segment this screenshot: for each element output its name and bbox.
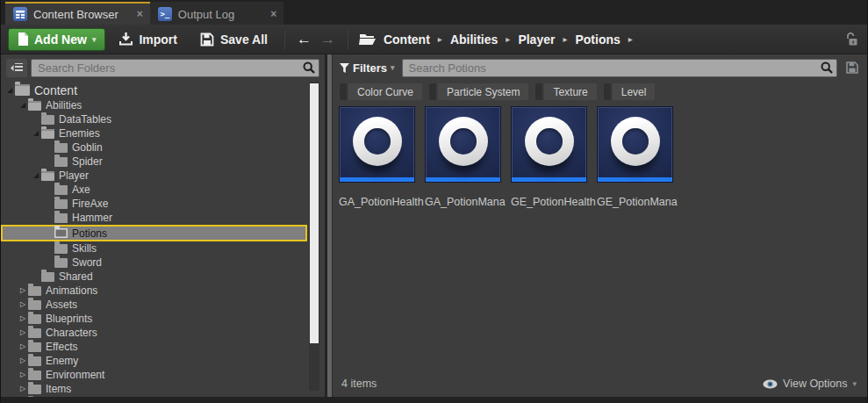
unlock-icon[interactable] (845, 32, 858, 47)
tree-item[interactable]: Hammer (1, 211, 307, 225)
expander-arrow-icon[interactable] (4, 87, 15, 94)
forward-button[interactable]: → (316, 31, 340, 48)
tree-item[interactable]: Sword (1, 255, 307, 270)
tree-item[interactable]: Potions (1, 225, 307, 241)
save-search-icon[interactable] (844, 60, 860, 76)
tree-item[interactable]: Animations (1, 284, 307, 298)
expander-arrow-icon[interactable] (18, 385, 28, 392)
tree-item[interactable]: FireAxe (1, 197, 307, 211)
expander-arrow-icon[interactable] (18, 343, 28, 350)
asset-thumbnail (339, 106, 415, 183)
main-area: Content Abilities DataTables (1, 54, 867, 397)
collapse-sources-icon[interactable] (6, 59, 27, 77)
asset-tile[interactable]: GA_PotionHealth (339, 106, 415, 208)
folder-name: Blueprints (46, 313, 92, 325)
close-tab-icon[interactable]: × (137, 8, 143, 20)
folder-name: Sword (72, 256, 102, 269)
expander-arrow-icon[interactable] (18, 329, 28, 336)
folder-name: Hammer (72, 212, 112, 224)
tree-item[interactable]: Characters (1, 326, 307, 340)
asset-tile[interactable]: GA_PotionMana (425, 106, 501, 208)
back-button[interactable]: ← (292, 31, 316, 48)
tab-content-browser[interactable]: Content Browser × (5, 2, 150, 25)
tree-item[interactable]: Spider (1, 155, 307, 169)
asset-tile[interactable]: GE_PotionHealth (511, 106, 587, 208)
filter-chip[interactable]: Particle System (429, 83, 528, 100)
asset-search-input[interactable] (409, 61, 821, 75)
filter-chip[interactable]: Color Curve (340, 83, 422, 100)
asset-search-box (402, 59, 837, 77)
tree-item[interactable]: Items (1, 382, 307, 396)
folder-icon (54, 199, 68, 209)
asset-name: GA_PotionMana (425, 196, 501, 208)
tree-item[interactable]: Goblin (1, 140, 307, 155)
breadcrumb-separator: ▸ (563, 34, 567, 44)
expander-arrow-icon[interactable] (18, 102, 28, 109)
add-new-label: Add New (34, 32, 87, 47)
filter-chip[interactable]: Level (604, 83, 656, 100)
toolbar-divider (283, 30, 285, 49)
expander-arrow-icon[interactable] (18, 371, 28, 378)
breadcrumb-separator: ▸ (628, 34, 633, 44)
tree-item[interactable]: Enemy (1, 354, 307, 368)
tree-item[interactable]: Assets (1, 298, 307, 312)
expander-arrow-icon[interactable] (18, 287, 28, 294)
expander-arrow-icon[interactable] (18, 357, 28, 364)
import-label: Import (139, 32, 177, 47)
tree-scrollbar-thumb[interactable] (310, 83, 319, 343)
expander-arrow-icon[interactable] (18, 315, 28, 322)
folder-icon (54, 244, 68, 254)
import-button[interactable]: Import (111, 28, 186, 51)
view-options-button[interactable]: View Options ▾ (763, 378, 857, 390)
tree-item[interactable]: Blueprints (1, 312, 307, 326)
asset-type-color-bar (512, 177, 586, 182)
folder-search-input[interactable] (38, 61, 303, 75)
filter-chip[interactable]: Texture (535, 83, 596, 100)
tab-output-log[interactable]: >_ Output Log × (150, 2, 283, 25)
tree-item[interactable]: Enemies (1, 126, 307, 140)
breadcrumb-item[interactable]: Content (384, 32, 430, 47)
asset-type-color-bar (340, 177, 414, 182)
close-tab-icon[interactable]: × (270, 8, 276, 20)
filter-chip-color-icon (604, 83, 611, 100)
tree-item[interactable]: Content (1, 82, 307, 98)
tree-item[interactable]: Effects (1, 340, 307, 354)
folder-icon (54, 185, 68, 195)
filters-button[interactable]: Filters ▾ (340, 61, 395, 75)
tree-item[interactable]: Environment (1, 368, 307, 382)
breadcrumb-item[interactable]: Potions (575, 32, 620, 47)
folder-icon (41, 171, 54, 181)
gameplay-ability-ring-icon (598, 107, 672, 177)
folder-name: Goblin (72, 141, 103, 154)
toolbar: Add New ▾ Import Save All ← → Content (1, 25, 867, 54)
tree-item[interactable] (1, 396, 307, 397)
folder-icon (28, 328, 41, 338)
chevron-down-icon: ▾ (852, 379, 857, 388)
output-log-terminal-icon: >_ (158, 7, 172, 21)
eye-icon (763, 379, 778, 389)
folder-name: Shared (59, 270, 93, 283)
asset-tile[interactable]: GE_PotionMana (597, 106, 673, 208)
filter-chip-label: Level (613, 83, 656, 100)
tree-item[interactable]: Player (1, 169, 307, 183)
folder-name: DataTables (59, 113, 111, 126)
save-all-button[interactable]: Save All (191, 28, 276, 51)
tree-scrollbar[interactable] (309, 82, 319, 391)
asset-type-color-bar (598, 177, 672, 182)
tree-item[interactable]: Abilities (1, 98, 307, 112)
tree-item[interactable]: Shared (1, 270, 307, 284)
toolbar-divider (347, 30, 348, 49)
expander-arrow-icon[interactable] (31, 172, 41, 179)
tree-item[interactable]: Axe (1, 183, 307, 197)
asset-filter-row: Filters ▾ (333, 54, 867, 77)
asset-thumbnail (425, 106, 501, 183)
expander-arrow-icon[interactable] (31, 130, 41, 137)
folder-icon (28, 385, 41, 394)
add-new-button[interactable]: Add New ▾ (8, 28, 105, 51)
breadcrumb-item[interactable]: Player (518, 32, 555, 47)
tree-item[interactable]: DataTables (1, 112, 307, 126)
breadcrumb-item[interactable]: Abilities (450, 32, 498, 47)
tree-item[interactable]: Skills (1, 241, 307, 255)
expander-arrow-icon[interactable] (18, 301, 28, 308)
folder-icon (15, 84, 30, 96)
